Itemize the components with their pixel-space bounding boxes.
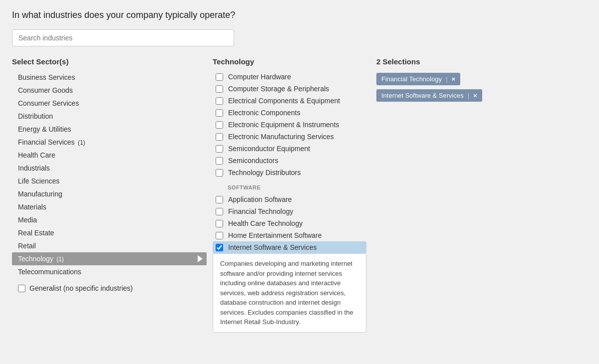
technology-checkbox-item[interactable]: Electronic Manufacturing Services <box>213 131 366 143</box>
sector-item-label: Real Estate <box>18 229 54 237</box>
sector-item[interactable]: Business Services <box>12 71 207 84</box>
technology-checkbox-label: Electrical Components & Equipment <box>228 97 340 105</box>
sector-item[interactable]: Manufacturing <box>12 187 207 200</box>
technology-checkbox-label: Computer Hardware <box>228 73 291 81</box>
technology-checkbox-item[interactable]: Electronic Equipment & Instruments <box>213 119 366 131</box>
sector-item-label: Consumer Services <box>18 99 79 107</box>
technology-checkbox-item[interactable]: Electrical Components & Equipment <box>213 95 366 107</box>
sector-item-label: Consumer Goods <box>18 86 73 94</box>
software-checkbox[interactable] <box>216 232 223 239</box>
selection-tag: Internet Software & Services|× <box>376 89 482 102</box>
sector-item[interactable]: Life Sciences <box>12 175 207 187</box>
software-checkbox-item[interactable]: Application Software <box>213 193 366 205</box>
remove-selection-button[interactable]: × <box>473 92 477 99</box>
technology-checkbox-label: Computer Storage & Peripherals <box>228 85 329 93</box>
technology-checkbox-label: Semiconductor Equipment <box>228 145 310 153</box>
technology-checkbox-label: Technology Distributors <box>228 169 301 177</box>
software-checkbox-label: Health Care Technology <box>228 219 302 227</box>
technology-checkbox-item[interactable]: Computer Storage & Peripherals <box>213 83 366 95</box>
selection-tag-label: Financial Technology <box>381 75 442 83</box>
search-input[interactable] <box>12 29 234 46</box>
generalist-label: Generalist (no specific industries) <box>29 284 133 292</box>
technology-checkbox[interactable] <box>216 133 223 141</box>
sector-item[interactable]: Financial Services (1) <box>12 136 207 149</box>
technology-checkbox[interactable] <box>216 97 223 105</box>
selections-container: Financial Technology|×Internet Software … <box>376 73 587 106</box>
software-checkbox-item[interactable]: Health Care Technology <box>213 217 366 229</box>
sector-item[interactable]: Real Estate <box>12 226 207 239</box>
tag-separator: | <box>446 75 447 83</box>
remove-selection-button[interactable]: × <box>452 75 456 83</box>
right-column: 2 Selections Financial Technology|×Inter… <box>366 57 587 106</box>
sector-item-label: Media <box>18 216 37 224</box>
sector-item-label: Life Sciences <box>18 177 59 185</box>
selection-tag: Financial Technology|× <box>376 73 460 85</box>
sector-item-label: Telecommunications <box>18 268 81 276</box>
technology-checkbox[interactable] <box>216 169 223 177</box>
left-column: Select Sector(s) Business ServicesConsum… <box>12 57 207 292</box>
software-checkbox-label: Home Entertainment Software <box>228 231 322 239</box>
page-title: In what industries does your company typ… <box>12 10 587 20</box>
sector-arrow-icon <box>198 255 203 262</box>
sector-item[interactable]: Materials <box>12 200 207 213</box>
sector-item-label: Retail <box>18 242 36 250</box>
software-checkbox[interactable] <box>216 244 223 251</box>
generalist-row[interactable]: Generalist (no specific industries) <box>12 284 207 292</box>
sector-badge: (1) <box>55 256 64 263</box>
technology-checkbox-label: Electronic Equipment & Instruments <box>228 121 339 129</box>
sector-item[interactable]: Consumer Services <box>12 97 207 110</box>
sector-item-label: Financial Services (1) <box>18 138 85 146</box>
technology-checkbox[interactable] <box>216 109 223 117</box>
sector-item[interactable]: Telecommunications <box>12 265 207 278</box>
technology-checkbox-item[interactable]: Computer Hardware <box>213 71 366 83</box>
technology-checkbox-item[interactable]: Electronic Components <box>213 107 366 119</box>
software-checkbox[interactable] <box>216 196 223 203</box>
software-checkbox[interactable] <box>216 220 223 227</box>
software-checkbox-label: Internet Software & Services <box>228 243 316 251</box>
sector-item-label: Distribution <box>18 112 53 120</box>
software-checkbox-item[interactable]: Financial Technology <box>213 205 366 217</box>
technology-checkbox-item[interactable]: Semiconductors <box>213 155 366 167</box>
software-items: Application SoftwareFinancial Technology… <box>213 193 366 253</box>
page-container: In what industries does your company typ… <box>0 0 599 364</box>
sector-badge: (1) <box>76 139 85 146</box>
technology-checkbox[interactable] <box>216 121 223 129</box>
sector-item-label: Manufacturing <box>18 190 62 198</box>
sector-item[interactable]: Consumer Goods <box>12 84 207 97</box>
sector-list: Business ServicesConsumer GoodsConsumer … <box>12 71 207 278</box>
selections-header: 2 Selections <box>376 57 587 66</box>
software-checkbox-item[interactable]: Home Entertainment Software <box>213 229 366 241</box>
software-checkbox-item[interactable]: Internet Software & Services <box>213 241 366 253</box>
software-checkbox[interactable] <box>216 208 223 215</box>
sector-item[interactable]: Distribution <box>12 110 207 123</box>
sector-item-label: Technology (1) <box>18 255 64 263</box>
columns-wrapper: Select Sector(s) Business ServicesConsum… <box>12 57 587 333</box>
technology-checkbox-item[interactable]: Semiconductor Equipment <box>213 143 366 155</box>
tooltip-box: Companies developing and marketing inter… <box>213 253 366 333</box>
technology-checkbox[interactable] <box>216 85 223 93</box>
generalist-checkbox[interactable] <box>18 285 25 292</box>
tag-separator: | <box>468 92 469 99</box>
technology-checkbox-label: Electronic Manufacturing Services <box>228 133 334 141</box>
technology-header: Technology <box>213 57 366 66</box>
sector-item-label: Health Care <box>18 151 55 159</box>
sector-item-label: Business Services <box>18 73 75 81</box>
sector-item[interactable]: Retail <box>12 239 207 252</box>
sector-column-header: Select Sector(s) <box>12 57 207 66</box>
sector-item[interactable]: Health Care <box>12 149 207 162</box>
software-section-label: SOFTWARE <box>228 184 366 190</box>
selection-tag-label: Internet Software & Services <box>381 92 464 99</box>
middle-column: Technology Computer HardwareComputer Sto… <box>207 57 366 333</box>
sector-item[interactable]: Energy & Utilities <box>12 123 207 136</box>
sector-item[interactable]: Industrials <box>12 162 207 175</box>
sector-item[interactable]: Technology (1) <box>12 252 207 265</box>
sector-item-label: Industrials <box>18 164 50 172</box>
technology-checkbox[interactable] <box>216 157 223 165</box>
technology-checkbox-item[interactable]: Technology Distributors <box>213 167 366 179</box>
technology-checkbox[interactable] <box>216 145 223 153</box>
software-checkbox-label: Application Software <box>228 195 292 203</box>
technology-checkbox[interactable] <box>216 73 223 81</box>
sector-item[interactable]: Media <box>12 213 207 226</box>
sector-item-label: Energy & Utilities <box>18 125 71 133</box>
sector-item-label: Materials <box>18 203 46 211</box>
